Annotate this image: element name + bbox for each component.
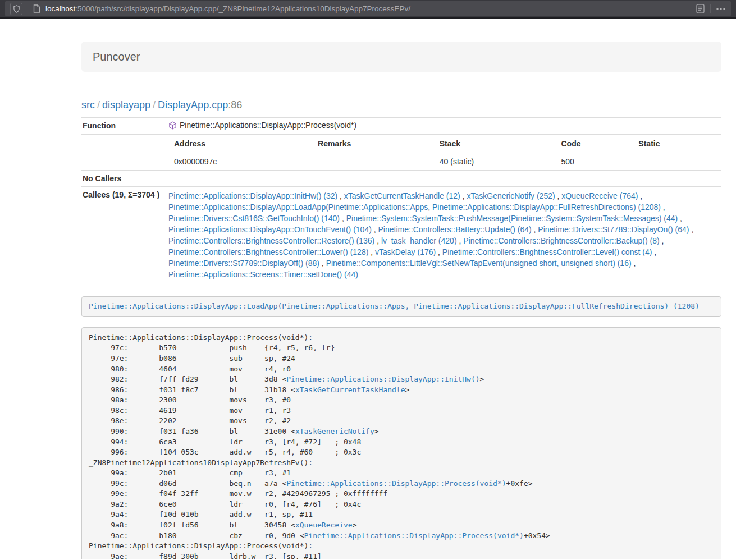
toolbar-separator bbox=[28, 4, 28, 13]
disassembly-listing: Pinetime::Applications::DisplayApp::Proc… bbox=[81, 327, 721, 559]
breadcrumb-link[interactable]: DisplayApp.cpp bbox=[158, 99, 228, 111]
function-row-label: Function bbox=[81, 118, 168, 135]
callee-link[interactable]: Pinetime::Drivers::St7789::DisplayOn() (… bbox=[538, 225, 689, 234]
symbol-cube-icon bbox=[168, 121, 177, 132]
no-callers-row: No Callers bbox=[81, 171, 721, 187]
callee-link[interactable]: Pinetime::Applications::Screens::Timer::… bbox=[168, 270, 358, 279]
highlighted-symbol-box: Pinetime::Applications::DisplayApp::Load… bbox=[81, 296, 721, 317]
function-symbol-cell: Pinetime::Applications::DisplayApp::Proc… bbox=[168, 118, 721, 135]
stats-data-row: 0x0000097c 40 (static) 500 bbox=[168, 153, 721, 171]
callees-label: Callees (19, Σ=3704 ) bbox=[81, 187, 168, 284]
callee-link[interactable]: Pinetime::Drivers::Cst816S::GetTouchInfo… bbox=[168, 214, 340, 223]
col-address: Address bbox=[168, 135, 312, 153]
callee-link[interactable]: Pinetime::System::SystemTask::PushMessag… bbox=[346, 214, 678, 223]
disassembly-symbol-link[interactable]: Pinetime::Applications::DisplayApp::Proc… bbox=[286, 479, 506, 488]
address-value: 0x0000097c bbox=[168, 153, 312, 171]
callee-link[interactable]: Pinetime::Controllers::BrightnessControl… bbox=[168, 236, 374, 245]
url-host: localhost bbox=[45, 4, 75, 13]
meatball-menu-icon bbox=[716, 7, 726, 11]
stack-value: 40 (static) bbox=[434, 153, 556, 171]
stats-row: Address Remarks Stack Code Static 0x0000… bbox=[81, 135, 721, 171]
callee-link[interactable]: vTaskDelay (176) bbox=[375, 247, 436, 256]
callee-link[interactable]: Pinetime::Applications::DisplayApp::Load… bbox=[168, 203, 661, 212]
stats-header-row: Address Remarks Stack Code Static bbox=[168, 135, 721, 153]
remarks-value bbox=[312, 153, 434, 171]
function-table: Function Pinetime::Applications::Display… bbox=[81, 117, 721, 284]
col-stack: Stack bbox=[434, 135, 556, 153]
disassembly-symbol-link[interactable]: xQueueReceive bbox=[295, 521, 353, 529]
page-icon bbox=[31, 3, 42, 15]
function-row: Function Pinetime::Applications::Display… bbox=[81, 118, 721, 135]
callee-link[interactable]: Pinetime::Controllers::BrightnessControl… bbox=[463, 236, 659, 245]
callee-link[interactable]: lv_task_handler (420) bbox=[381, 236, 457, 245]
code-value: 500 bbox=[555, 153, 633, 171]
highlighted-symbol-link[interactable]: Pinetime::Applications::DisplayApp::Load… bbox=[89, 302, 700, 310]
callee-link[interactable]: Pinetime::Drivers::St7789::DisplayOff() … bbox=[168, 259, 319, 268]
toolbar-separator bbox=[710, 4, 711, 13]
shield-icon bbox=[10, 3, 22, 15]
browser-toolbar: localhost:5000/path/src/displayapp/Displ… bbox=[0, 0, 736, 19]
callee-link[interactable]: Pinetime::Applications::DisplayApp::OnTo… bbox=[168, 225, 372, 234]
disassembly-symbol-link[interactable]: Pinetime::Applications::DisplayApp::Init… bbox=[286, 375, 479, 383]
disassembly-symbol-link[interactable]: Pinetime::Applications::DisplayApp::Proc… bbox=[304, 531, 524, 540]
static-value bbox=[633, 153, 721, 171]
callee-link[interactable]: Pinetime::Controllers::BrightnessControl… bbox=[442, 247, 652, 256]
col-code: Code bbox=[555, 135, 633, 153]
callee-link[interactable]: Pinetime::Controllers::BrightnessControl… bbox=[168, 247, 368, 256]
page-actions-button[interactable] bbox=[714, 3, 728, 15]
callee-link[interactable]: Pinetime::Controllers::Battery::Update()… bbox=[378, 225, 532, 234]
disassembly-symbol-link[interactable]: xTaskGenericNotify bbox=[295, 427, 374, 435]
breadcrumb-link[interactable]: src bbox=[81, 99, 95, 111]
reader-view-button[interactable] bbox=[694, 3, 707, 15]
callee-link[interactable]: Pinetime::Components::LittleVgl::SetNewT… bbox=[326, 259, 632, 268]
divider bbox=[81, 94, 721, 94]
callee-link[interactable]: xQueueReceive (764) bbox=[561, 191, 638, 200]
reader-view-icon bbox=[696, 3, 705, 14]
callee-link[interactable]: xTaskGetCurrentTaskHandle (12) bbox=[344, 191, 460, 200]
col-remarks: Remarks bbox=[312, 135, 434, 153]
stats-table: Address Remarks Stack Code Static 0x0000… bbox=[168, 135, 721, 170]
callees-list: Pinetime::Applications::DisplayApp::Init… bbox=[168, 187, 721, 284]
disassembly-symbol-link[interactable]: xTaskGetCurrentTaskHandle bbox=[295, 385, 405, 394]
page-title: Puncover bbox=[93, 50, 710, 63]
col-static: Static bbox=[633, 135, 721, 153]
no-callers-label: No Callers bbox=[81, 171, 168, 187]
url-bar[interactable]: localhost:5000/path/src/displayapp/Displ… bbox=[5, 1, 731, 16]
breadcrumb-link[interactable]: displayapp bbox=[102, 99, 150, 111]
tracking-protection-button[interactable] bbox=[8, 3, 24, 15]
url-path: :5000/path/src/displayapp/DisplayApp.cpp… bbox=[75, 4, 410, 13]
breadcrumb-separator: / bbox=[150, 99, 158, 111]
breadcrumb-line-number: :86 bbox=[228, 99, 242, 111]
app-header: Puncover bbox=[81, 42, 721, 72]
callee-link[interactable]: Pinetime::Applications::DisplayApp::Init… bbox=[168, 191, 337, 200]
breadcrumb: src/displayapp/DisplayApp.cpp:86 bbox=[81, 99, 721, 111]
callee-link[interactable]: xTaskGenericNotify (252) bbox=[467, 191, 555, 200]
function-symbol-name: Pinetime::Applications::DisplayApp::Proc… bbox=[180, 121, 356, 130]
web-page: Puncover src/displayapp/DisplayApp.cpp:8… bbox=[0, 19, 736, 559]
callees-row: Callees (19, Σ=3704 ) Pinetime::Applicat… bbox=[81, 187, 721, 284]
url-text[interactable]: localhost:5000/path/src/displayapp/Displ… bbox=[45, 4, 694, 13]
breadcrumb-separator: / bbox=[95, 99, 102, 111]
